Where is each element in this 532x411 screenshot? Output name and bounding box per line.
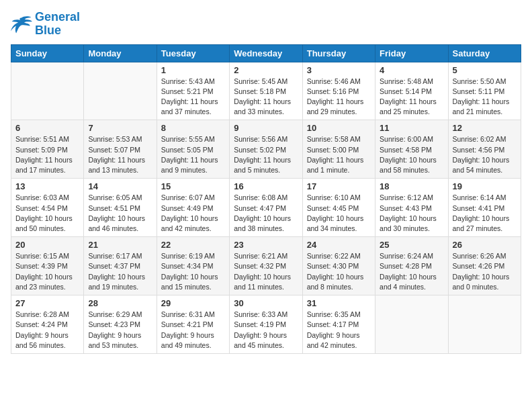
day-number: 7 (88, 123, 152, 133)
day-info: Sunrise: 6:02 AMSunset: 4:56 PMDaylight:… (453, 134, 517, 175)
day-number: 6 (15, 123, 79, 133)
logo-text: General Blue (35, 11, 80, 38)
calendar-cell: 3Sunrise: 5:46 AMSunset: 5:16 PMDaylight… (302, 62, 375, 120)
calendar-cell: 17Sunrise: 6:10 AMSunset: 4:45 PMDayligh… (302, 179, 375, 237)
calendar-cell: 13Sunrise: 6:03 AMSunset: 4:54 PMDayligh… (11, 179, 84, 237)
day-info: Sunrise: 6:08 AMSunset: 4:47 PMDaylight:… (234, 193, 298, 234)
day-info: Sunrise: 5:48 AMSunset: 5:14 PMDaylight:… (380, 77, 443, 118)
calendar-cell: 28Sunrise: 6:29 AMSunset: 4:23 PMDayligh… (84, 295, 157, 354)
day-info: Sunrise: 6:10 AMSunset: 4:45 PMDaylight:… (307, 193, 371, 234)
day-number: 11 (380, 123, 443, 133)
calendar-cell (84, 62, 157, 120)
calendar-cell: 23Sunrise: 6:21 AMSunset: 4:32 PMDayligh… (230, 237, 302, 295)
weekday-header-wednesday: Wednesday (230, 44, 302, 62)
day-info: Sunrise: 5:56 AMSunset: 5:02 PMDaylight:… (234, 134, 298, 175)
day-info: Sunrise: 6:35 AMSunset: 4:17 PMDaylight:… (307, 310, 371, 351)
logo: General Blue (11, 11, 80, 38)
day-info: Sunrise: 6:15 AMSunset: 4:39 PMDaylight:… (15, 251, 79, 292)
weekday-header-row: SundayMondayTuesdayWednesdayThursdayFrid… (11, 44, 521, 62)
day-info: Sunrise: 6:31 AMSunset: 4:21 PMDaylight:… (161, 310, 225, 351)
day-number: 2 (234, 65, 298, 75)
day-number: 12 (453, 123, 517, 133)
day-info: Sunrise: 6:19 AMSunset: 4:34 PMDaylight:… (161, 251, 225, 292)
day-number: 9 (234, 123, 298, 133)
day-info: Sunrise: 6:21 AMSunset: 4:32 PMDaylight:… (234, 251, 298, 292)
day-info: Sunrise: 6:00 AMSunset: 4:58 PMDaylight:… (380, 134, 443, 175)
calendar-table: SundayMondayTuesdayWednesdayThursdayFrid… (11, 44, 521, 354)
logo-icon (11, 15, 32, 34)
day-info: Sunrise: 6:07 AMSunset: 4:49 PMDaylight:… (161, 193, 225, 234)
day-number: 1 (161, 65, 225, 75)
day-number: 18 (380, 181, 443, 191)
calendar-cell: 4Sunrise: 5:48 AMSunset: 5:14 PMDaylight… (375, 62, 448, 120)
calendar-cell: 12Sunrise: 6:02 AMSunset: 4:56 PMDayligh… (448, 120, 521, 179)
day-info: Sunrise: 5:55 AMSunset: 5:05 PMDaylight:… (161, 134, 225, 175)
calendar-cell: 10Sunrise: 5:58 AMSunset: 5:00 PMDayligh… (302, 120, 375, 179)
calendar-cell: 14Sunrise: 6:05 AMSunset: 4:51 PMDayligh… (84, 179, 157, 237)
calendar-cell: 19Sunrise: 6:14 AMSunset: 4:41 PMDayligh… (448, 179, 521, 237)
weekday-header-sunday: Sunday (11, 44, 84, 62)
day-info: Sunrise: 6:05 AMSunset: 4:51 PMDaylight:… (88, 193, 152, 234)
day-info: Sunrise: 5:50 AMSunset: 5:11 PMDaylight:… (453, 77, 517, 118)
day-info: Sunrise: 6:26 AMSunset: 4:26 PMDaylight:… (453, 251, 517, 292)
day-info: Sunrise: 5:51 AMSunset: 5:09 PMDaylight:… (15, 134, 79, 175)
calendar-cell (375, 295, 448, 354)
week-row-3: 13Sunrise: 6:03 AMSunset: 4:54 PMDayligh… (11, 179, 521, 237)
calendar-cell: 7Sunrise: 5:53 AMSunset: 5:07 PMDaylight… (84, 120, 157, 179)
day-number: 30 (234, 298, 298, 308)
day-number: 13 (15, 181, 79, 191)
calendar-cell: 2Sunrise: 5:45 AMSunset: 5:18 PMDaylight… (230, 62, 302, 120)
day-number: 29 (161, 298, 225, 308)
day-number: 15 (161, 181, 225, 191)
day-number: 23 (234, 240, 298, 250)
day-number: 20 (15, 240, 79, 250)
day-number: 3 (307, 65, 371, 75)
calendar-cell: 5Sunrise: 5:50 AMSunset: 5:11 PMDaylight… (448, 62, 521, 120)
day-number: 14 (88, 181, 152, 191)
day-number: 16 (234, 181, 298, 191)
calendar-cell: 1Sunrise: 5:43 AMSunset: 5:21 PMDaylight… (157, 62, 229, 120)
day-number: 22 (161, 240, 225, 250)
day-number: 8 (161, 123, 225, 133)
calendar-cell: 18Sunrise: 6:12 AMSunset: 4:43 PMDayligh… (375, 179, 448, 237)
calendar-cell: 20Sunrise: 6:15 AMSunset: 4:39 PMDayligh… (11, 237, 84, 295)
day-info: Sunrise: 6:28 AMSunset: 4:24 PMDaylight:… (15, 310, 79, 351)
day-info: Sunrise: 6:22 AMSunset: 4:30 PMDaylight:… (307, 251, 371, 292)
day-number: 25 (380, 240, 443, 250)
calendar-cell: 31Sunrise: 6:35 AMSunset: 4:17 PMDayligh… (302, 295, 375, 354)
day-info: Sunrise: 5:45 AMSunset: 5:18 PMDaylight:… (234, 77, 298, 118)
day-info: Sunrise: 6:12 AMSunset: 4:43 PMDaylight:… (380, 193, 443, 234)
day-info: Sunrise: 6:29 AMSunset: 4:23 PMDaylight:… (88, 310, 152, 351)
calendar-cell (448, 295, 521, 354)
calendar-cell: 22Sunrise: 6:19 AMSunset: 4:34 PMDayligh… (157, 237, 229, 295)
calendar-cell: 26Sunrise: 6:26 AMSunset: 4:26 PMDayligh… (448, 237, 521, 295)
calendar-cell: 16Sunrise: 6:08 AMSunset: 4:47 PMDayligh… (230, 179, 302, 237)
calendar-cell: 24Sunrise: 6:22 AMSunset: 4:30 PMDayligh… (302, 237, 375, 295)
calendar-cell: 6Sunrise: 5:51 AMSunset: 5:09 PMDaylight… (11, 120, 84, 179)
day-info: Sunrise: 5:58 AMSunset: 5:00 PMDaylight:… (307, 134, 371, 175)
day-number: 27 (15, 298, 79, 308)
day-number: 17 (307, 181, 371, 191)
day-info: Sunrise: 6:24 AMSunset: 4:28 PMDaylight:… (380, 251, 443, 292)
day-info: Sunrise: 5:53 AMSunset: 5:07 PMDaylight:… (88, 134, 152, 175)
calendar-cell: 29Sunrise: 6:31 AMSunset: 4:21 PMDayligh… (157, 295, 229, 354)
week-row-5: 27Sunrise: 6:28 AMSunset: 4:24 PMDayligh… (11, 295, 521, 354)
day-info: Sunrise: 6:17 AMSunset: 4:37 PMDaylight:… (88, 251, 152, 292)
day-number: 4 (380, 65, 443, 75)
calendar-cell: 9Sunrise: 5:56 AMSunset: 5:02 PMDaylight… (230, 120, 302, 179)
day-info: Sunrise: 5:43 AMSunset: 5:21 PMDaylight:… (161, 77, 225, 118)
day-number: 5 (453, 65, 517, 75)
day-number: 10 (307, 123, 371, 133)
calendar-cell (11, 62, 84, 120)
calendar-cell: 8Sunrise: 5:55 AMSunset: 5:05 PMDaylight… (157, 120, 229, 179)
weekday-header-thursday: Thursday (302, 44, 375, 62)
week-row-4: 20Sunrise: 6:15 AMSunset: 4:39 PMDayligh… (11, 237, 521, 295)
calendar-cell: 27Sunrise: 6:28 AMSunset: 4:24 PMDayligh… (11, 295, 84, 354)
page-header: General Blue (11, 11, 521, 38)
day-info: Sunrise: 6:14 AMSunset: 4:41 PMDaylight:… (453, 193, 517, 234)
day-number: 31 (307, 298, 371, 308)
week-row-2: 6Sunrise: 5:51 AMSunset: 5:09 PMDaylight… (11, 120, 521, 179)
day-number: 21 (88, 240, 152, 250)
weekday-header-saturday: Saturday (448, 44, 521, 62)
weekday-header-friday: Friday (375, 44, 448, 62)
